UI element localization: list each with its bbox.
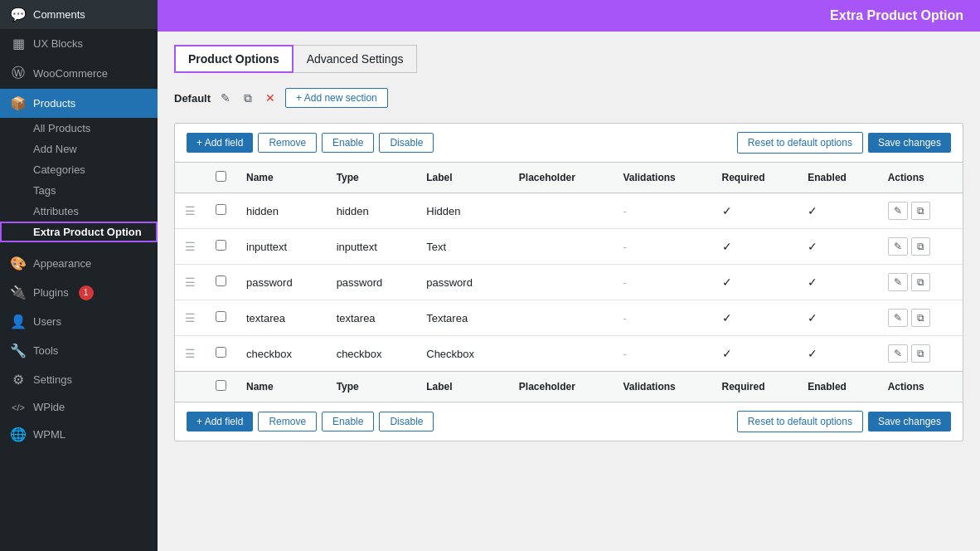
sidebar-sub-extra-product-option[interactable]: Extra Product Option bbox=[0, 222, 158, 242]
drag-cell: ☰ bbox=[175, 336, 206, 372]
sidebar-sub-attributes[interactable]: Attributes bbox=[0, 201, 158, 222]
enable-button-top[interactable]: Enable bbox=[322, 133, 374, 153]
row-checkbox[interactable] bbox=[216, 204, 226, 215]
placeholder-cell bbox=[509, 265, 614, 300]
copy-row-button[interactable]: ⧉ bbox=[911, 344, 930, 363]
section-delete-button[interactable]: ✕ bbox=[262, 90, 279, 106]
copy-row-button[interactable]: ⧉ bbox=[911, 273, 930, 291]
col-type: Type bbox=[327, 163, 417, 193]
copy-row-button[interactable]: ⧉ bbox=[911, 309, 930, 327]
remove-button-bottom[interactable]: Remove bbox=[258, 412, 317, 432]
sidebar-item-appearance[interactable]: 🎨 Appearance bbox=[0, 249, 158, 278]
validations-cell: - bbox=[613, 336, 711, 372]
sidebar-sub-tags[interactable]: Tags bbox=[0, 180, 158, 201]
sidebar-sub-add-new[interactable]: Add New bbox=[0, 139, 158, 159]
edit-row-button[interactable]: ✎ bbox=[888, 309, 908, 327]
col-drag bbox=[175, 163, 206, 193]
plugin-header: Extra Product Option bbox=[158, 0, 980, 32]
col-required-foot: Required bbox=[712, 372, 798, 402]
drag-handle-icon[interactable]: ☰ bbox=[185, 276, 196, 289]
sidebar-item-products[interactable]: 📦 Products bbox=[0, 89, 158, 118]
table-header: Name Type Label Placeholder Validations … bbox=[175, 163, 963, 193]
section-copy-button[interactable]: ⧉ bbox=[240, 90, 255, 107]
save-button-bottom[interactable]: Save changes bbox=[868, 412, 951, 432]
tools-icon: 🔧 bbox=[10, 343, 27, 358]
row-checkbox[interactable] bbox=[216, 240, 226, 251]
reset-button-bottom[interactable]: Reset to default options bbox=[737, 411, 863, 432]
type-cell: inputtext bbox=[327, 229, 417, 265]
type-cell: checkbox bbox=[327, 336, 417, 372]
copy-row-button[interactable]: ⧉ bbox=[911, 202, 930, 220]
sidebar-item-plugins[interactable]: 🔌 Plugins 1 bbox=[0, 278, 158, 307]
add-section-button[interactable]: + Add new section bbox=[285, 88, 388, 108]
drag-handle-icon[interactable]: ☰ bbox=[185, 311, 196, 324]
edit-row-button[interactable]: ✎ bbox=[888, 237, 908, 256]
sidebar-item-ux-blocks[interactable]: ▦ UX Blocks bbox=[0, 29, 158, 58]
sidebar-item-settings[interactable]: ⚙ Settings bbox=[0, 365, 158, 394]
tab-advanced-settings[interactable]: Advanced Settings bbox=[293, 45, 418, 73]
drag-handle-icon[interactable]: ☰ bbox=[185, 347, 196, 360]
sidebar-item-label: WooCommerce bbox=[33, 67, 108, 80]
select-all-checkbox[interactable] bbox=[216, 171, 226, 182]
required-cell: ✓ bbox=[712, 229, 798, 265]
remove-button-top[interactable]: Remove bbox=[258, 133, 317, 153]
edit-row-button[interactable]: ✎ bbox=[888, 344, 908, 363]
copy-row-button[interactable]: ⧉ bbox=[911, 237, 930, 256]
wpml-icon: 🌐 bbox=[10, 427, 27, 442]
drag-cell: ☰ bbox=[175, 229, 206, 265]
edit-row-button[interactable]: ✎ bbox=[888, 202, 908, 220]
sidebar-item-users[interactable]: 👤 Users bbox=[0, 307, 158, 336]
save-button-top[interactable]: Save changes bbox=[868, 133, 951, 153]
table-row: ☰ password password password - ✓ ✓ ✎ ⧉ bbox=[175, 265, 963, 300]
enable-button-bottom[interactable]: Enable bbox=[322, 412, 374, 432]
add-field-button-bottom[interactable]: + Add field bbox=[187, 412, 253, 432]
edit-row-button[interactable]: ✎ bbox=[888, 273, 908, 291]
table-container: + Add field Remove Enable Disable Reset … bbox=[174, 123, 963, 441]
sidebar-item-wpide[interactable]: </> WPide bbox=[0, 394, 158, 420]
col-actions-foot: Actions bbox=[878, 372, 963, 402]
disable-button-bottom[interactable]: Disable bbox=[379, 412, 434, 432]
col-label-foot: Label bbox=[416, 372, 509, 402]
table-row: ☰ hidden hidden Hidden - ✓ ✓ ✎ ⧉ bbox=[175, 193, 963, 229]
sidebar-item-woocommerce[interactable]: Ⓦ WooCommerce bbox=[0, 58, 158, 89]
table-row: ☰ textarea textarea Textarea - ✓ ✓ ✎ ⧉ bbox=[175, 300, 963, 336]
sidebar-item-label: Appearance bbox=[33, 257, 91, 270]
sidebar-sub-categories[interactable]: Categories bbox=[0, 159, 158, 180]
disable-button-top[interactable]: Disable bbox=[379, 133, 434, 153]
sidebar-item-label: Settings bbox=[33, 373, 72, 386]
drag-handle-icon[interactable]: ☰ bbox=[185, 204, 196, 217]
required-cell: ✓ bbox=[712, 300, 798, 336]
actions-cell: ✎ ⧉ bbox=[878, 300, 963, 336]
required-cell: ✓ bbox=[712, 336, 798, 372]
sidebar-item-comments[interactable]: 💬 Comments bbox=[0, 0, 158, 29]
users-icon: 👤 bbox=[10, 314, 27, 329]
sidebar-item-tools[interactable]: 🔧 Tools bbox=[0, 336, 158, 365]
name-cell: password bbox=[236, 265, 327, 300]
table-body: ☰ hidden hidden Hidden - ✓ ✓ ✎ ⧉ ☰ input… bbox=[175, 193, 963, 372]
section-label: Default bbox=[174, 92, 211, 105]
actions-cell: ✎ ⧉ bbox=[878, 265, 963, 300]
add-field-button-top[interactable]: + Add field bbox=[187, 133, 253, 153]
select-all-checkbox-foot[interactable] bbox=[216, 380, 226, 391]
sidebar-sub-all-products[interactable]: All Products bbox=[0, 118, 158, 139]
col-validations: Validations bbox=[613, 163, 711, 193]
section-edit-button[interactable]: ✎ bbox=[217, 90, 234, 106]
col-label: Label bbox=[416, 163, 509, 193]
row-checkbox[interactable] bbox=[216, 347, 226, 358]
toolbar-bottom: + Add field Remove Enable Disable Reset … bbox=[175, 402, 963, 441]
placeholder-cell bbox=[509, 336, 614, 372]
reset-button-top[interactable]: Reset to default options bbox=[737, 132, 863, 154]
drag-handle-icon[interactable]: ☰ bbox=[185, 240, 196, 253]
sidebar-item-label: Plugins bbox=[33, 286, 69, 299]
name-cell: checkbox bbox=[236, 336, 327, 372]
row-checkbox[interactable] bbox=[216, 276, 226, 286]
sidebar-item-wpml[interactable]: 🌐 WPML bbox=[0, 420, 158, 449]
check-cell bbox=[206, 229, 236, 265]
label-cell: password bbox=[416, 265, 509, 300]
tab-product-options[interactable]: Product Options bbox=[174, 45, 294, 73]
ux-blocks-icon: ▦ bbox=[10, 36, 27, 51]
tabs-container: Product Options Advanced Settings bbox=[174, 32, 963, 73]
row-checkbox[interactable] bbox=[216, 311, 226, 322]
drag-cell: ☰ bbox=[175, 300, 206, 336]
actions-cell: ✎ ⧉ bbox=[878, 229, 963, 265]
